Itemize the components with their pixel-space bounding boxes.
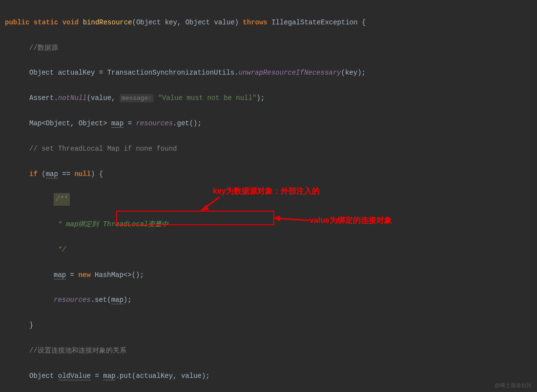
annotation-key: key为数据源对象：外部注入的 [213, 186, 320, 196]
code-line: // set ThreadLocal Map if none found [5, 143, 532, 156]
code-line: Assert.notNull(value, message: "Value mu… [5, 92, 532, 105]
code-line: public static void bindResource(Object k… [5, 17, 532, 29]
code-line: //数据源 [5, 42, 532, 55]
code-line: * map绑定到 ThreadLocal变量中 [5, 218, 532, 231]
code-line: Object actualKey = TransactionSynchroniz… [5, 67, 532, 79]
code-line: map = new HashMap<>(); [5, 269, 532, 282]
code-line: //设置连接池和连接对象的关系 [5, 345, 532, 357]
code-line: } [5, 319, 532, 332]
code-line: */ [5, 244, 532, 256]
code-line: Map<Object, Object> map = resources.get(… [5, 118, 532, 130]
code-line: if (map == null) { [5, 168, 532, 181]
annotation-value: value为绑定的连接对象 [310, 216, 392, 226]
code-line: Object oldValue = map.put(actualKey, val… [5, 370, 532, 383]
watermark: @稀土掘金社区 [495, 382, 532, 389]
code-line: resources.set(map); [5, 294, 532, 307]
